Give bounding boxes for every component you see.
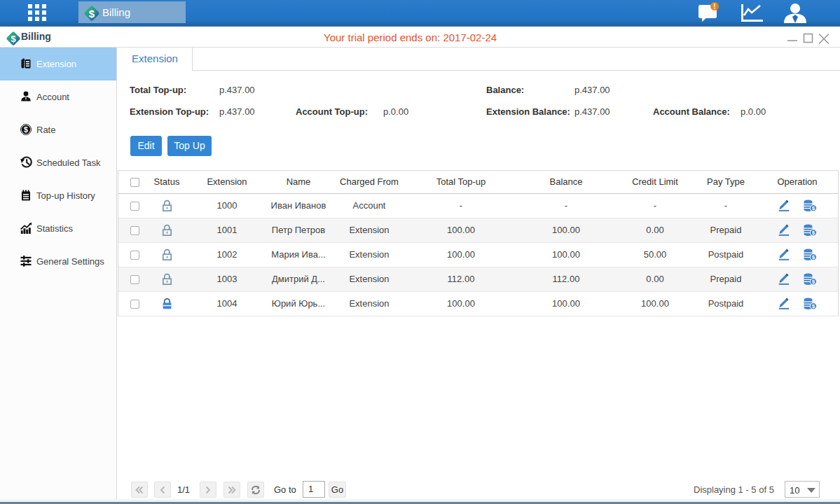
svg-text:$: $ bbox=[24, 125, 28, 134]
svg-text:$: $ bbox=[11, 34, 16, 44]
svg-text:!: ! bbox=[713, 3, 715, 10]
svg-text:$: $ bbox=[89, 8, 95, 20]
